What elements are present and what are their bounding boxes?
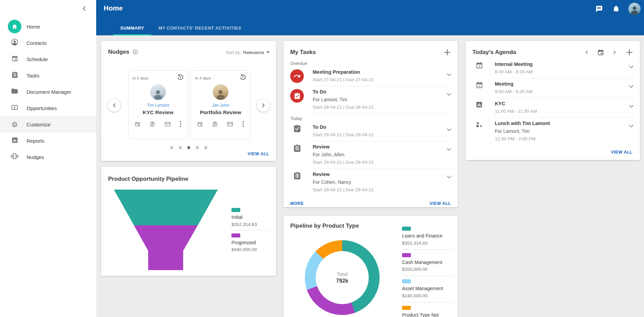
- expand-task-button[interactable]: [447, 89, 452, 110]
- expand-agenda-button[interactable]: [629, 81, 634, 94]
- agenda-row[interactable]: Meeting 9:00 AM - 9:30 AM: [466, 78, 640, 98]
- carousel-dots: [101, 146, 276, 149]
- info-icon[interactable]: [133, 49, 138, 55]
- add-task-button[interactable]: [443, 48, 452, 57]
- nudge-card[interactable]: In 5 days Tim Lamont KYC Review: [128, 70, 188, 139]
- legend-item: Progressed $440,000.00: [231, 230, 269, 256]
- task-row[interactable]: Meeting Preparation Start 27-04-21 | Due…: [283, 67, 458, 86]
- funnel-chart[interactable]: [114, 190, 218, 270]
- agenda-row[interactable]: KYC 11:00 AM - 11:30 AM: [466, 98, 640, 118]
- donut-legend: Loans and Finance $352,314.83 Cash Manag…: [402, 223, 452, 317]
- user-avatar[interactable]: [628, 3, 641, 15]
- sort-by-label: Sort by:: [226, 50, 241, 55]
- carousel-dot[interactable]: [204, 146, 207, 149]
- chat-icon[interactable]: [594, 4, 604, 14]
- task-row[interactable]: Review For John, Allen Start 29-04-21 | …: [283, 141, 458, 169]
- nudge-contact-link[interactable]: Tim Lamont: [133, 103, 184, 108]
- tab-summary[interactable]: SUMMARY: [113, 21, 151, 35]
- agenda-view-all-link[interactable]: VIEW ALL: [611, 150, 632, 155]
- add-event-button[interactable]: [625, 48, 634, 57]
- legend-swatch: [231, 208, 240, 212]
- expand-agenda-button[interactable]: [629, 101, 634, 114]
- tab-recent-activities[interactable]: MY CONTACTS' RECENT ACTIVITIES: [151, 21, 248, 35]
- sidebar: Home Contacts Schedule Tasks Doc: [0, 0, 96, 317]
- agenda-prev-day-button[interactable]: [585, 50, 588, 55]
- legend-item: Loans and Finance $352,314.83: [402, 223, 452, 249]
- tasks-more-link[interactable]: MORE: [290, 201, 304, 206]
- donut-ring[interactable]: Total 792k: [305, 240, 380, 315]
- opportunity-pipeline-card: Product Opportunity Pipeline Initial $35…: [101, 167, 276, 276]
- expand-agenda-button[interactable]: [629, 121, 634, 141]
- sidebar-item-reports[interactable]: Reports: [0, 133, 96, 149]
- my-tasks-card: My Tasks Overdue Meeting Preparation Sta…: [283, 41, 458, 207]
- sidebar-item-home[interactable]: Home: [0, 18, 96, 35]
- contact-avatar: [150, 84, 166, 100]
- sidebar-item-opportunities[interactable]: $ Opportunities: [0, 100, 96, 116]
- legend-swatch: [402, 253, 411, 257]
- notifications-bell-icon[interactable]: [611, 4, 621, 14]
- legend-item: Product Type Not Specified $100,000.00: [402, 302, 452, 317]
- expand-task-button[interactable]: [447, 144, 452, 165]
- sidebar-item-document-manager[interactable]: Document Manager: [0, 84, 96, 100]
- calendar-icon: [597, 49, 604, 56]
- mail-icon[interactable]: [227, 122, 233, 127]
- sidebar-item-label: Tasks: [27, 73, 39, 78]
- expand-task-button[interactable]: [447, 172, 452, 192]
- agenda-item-title: Meeting: [495, 81, 533, 87]
- sidebar-collapse-button[interactable]: [80, 4, 89, 13]
- task-row[interactable]: To Do Start 29-04-21 | Due 29-04-21: [283, 122, 458, 141]
- nudge-due-label: In 4 days: [195, 76, 211, 80]
- carousel-dot[interactable]: [196, 146, 199, 149]
- legend-item: Initial $352,314.83: [231, 205, 269, 230]
- carousel-dot[interactable]: [170, 146, 173, 149]
- sidebar-item-label: Customize: [27, 122, 51, 127]
- person-silhouette-icon: [152, 88, 164, 100]
- more-options-icon[interactable]: [242, 121, 244, 127]
- task-title: To Do: [313, 89, 374, 94]
- overdue-meeting-icon: [290, 69, 304, 83]
- sidebar-item-label: Contacts: [27, 40, 47, 46]
- task-icon[interactable]: [150, 121, 155, 127]
- agenda-item-time: 8:00 AM - 8:30 AM: [495, 69, 533, 74]
- history-icon[interactable]: [177, 74, 184, 82]
- expand-task-button[interactable]: [447, 69, 452, 82]
- legend-swatch: [402, 279, 411, 283]
- task-icon[interactable]: [212, 121, 218, 127]
- sidebar-item-schedule[interactable]: Schedule: [0, 51, 96, 67]
- more-options-icon[interactable]: [180, 121, 181, 127]
- calendar-icon[interactable]: [197, 121, 203, 127]
- nudge-contact-link[interactable]: Jan John: [195, 103, 246, 108]
- nudges-view-all-link[interactable]: VIEW ALL: [248, 152, 269, 156]
- expand-task-button[interactable]: [447, 124, 452, 137]
- calendar-icon[interactable]: [135, 121, 140, 127]
- expand-agenda-button[interactable]: [629, 61, 634, 74]
- chevron-left-icon: [585, 50, 588, 55]
- agenda-next-day-button[interactable]: [613, 50, 616, 55]
- nudge-card[interactable]: In 4 days Jan John Portfolio Review: [191, 70, 250, 139]
- task-row[interactable]: To Do For Lamont, Tim Start 28-04-21 | D…: [283, 86, 458, 114]
- meeting-calendar-icon: [475, 81, 483, 90]
- agenda-row[interactable]: Lunch with Tim Lamont For Lamont, Tim 12…: [466, 118, 640, 145]
- agenda-row[interactable]: Internal Meeting 8:00 AM - 8:30 AM: [466, 59, 640, 78]
- sidebar-item-customize[interactable]: ⚙ Customize: [0, 116, 96, 133]
- funnel-segment-initial: [114, 190, 218, 225]
- sidebar-item-tasks[interactable]: Tasks: [0, 67, 96, 84]
- agenda-item-title: Internal Meeting: [495, 61, 533, 67]
- svg-text:$: $: [14, 106, 16, 109]
- mail-icon[interactable]: [164, 122, 171, 127]
- carousel-prev-button[interactable]: [108, 99, 121, 112]
- agenda-calendar-button[interactable]: [597, 49, 604, 56]
- tasks-view-all-link[interactable]: VIEW ALL: [430, 201, 451, 206]
- task-row[interactable]: Review For Cohen, Nancy Start 29-04-21 |…: [283, 169, 458, 196]
- contact-avatar: [213, 84, 228, 100]
- carousel-dot[interactable]: [187, 146, 190, 149]
- sort-by-dropdown[interactable]: Sort by: Relevance: [226, 50, 270, 55]
- carousel-dot[interactable]: [179, 146, 182, 149]
- chevron-down-icon: [447, 128, 452, 131]
- history-icon[interactable]: [240, 74, 246, 82]
- sidebar-item-nudges[interactable]: Nudges: [0, 149, 96, 165]
- chevron-down-icon: [629, 124, 634, 127]
- carousel-next-button[interactable]: [257, 99, 270, 112]
- sidebar-item-contacts[interactable]: Contacts: [0, 35, 96, 51]
- agenda-item-title: KYC: [495, 101, 537, 106]
